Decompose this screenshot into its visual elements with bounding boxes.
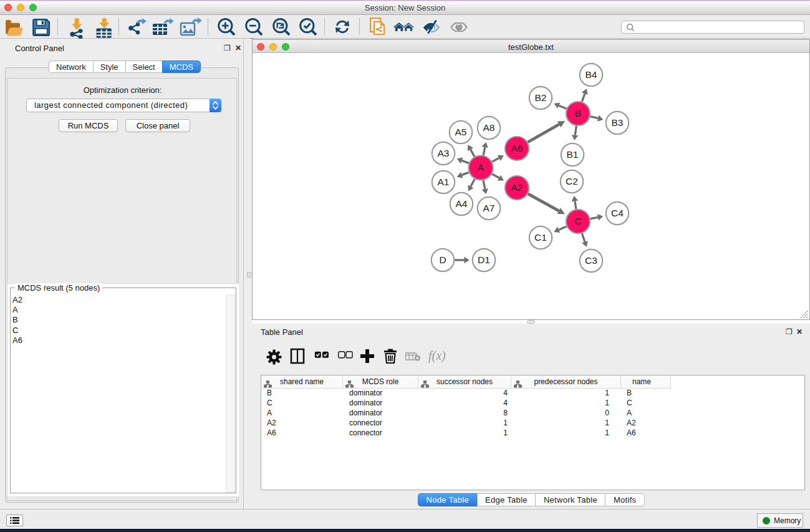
svg-text:B: B (575, 108, 581, 118)
svg-text:C2: C2 (566, 176, 578, 186)
svg-text:D: D (439, 254, 446, 265)
svg-text:D1: D1 (478, 254, 490, 265)
svg-text:A7: A7 (483, 203, 495, 213)
svg-text:C4: C4 (611, 208, 624, 218)
svg-text:A6: A6 (511, 143, 523, 153)
svg-text:B1: B1 (567, 149, 579, 160)
svg-text:B4: B4 (586, 69, 597, 80)
svg-text:A3: A3 (438, 148, 450, 158)
svg-text:C3: C3 (585, 255, 597, 266)
svg-text:C1: C1 (534, 232, 547, 243)
svg-text:A2: A2 (511, 182, 523, 193)
svg-text:C: C (574, 216, 581, 226)
svg-text:B3: B3 (612, 117, 624, 128)
svg-text:A1: A1 (438, 177, 450, 187)
svg-text:A4: A4 (456, 198, 468, 209)
svg-text:A8: A8 (483, 122, 495, 133)
svg-text:A: A (478, 162, 485, 173)
svg-text:B2: B2 (535, 92, 547, 103)
svg-text:A5: A5 (455, 127, 467, 137)
